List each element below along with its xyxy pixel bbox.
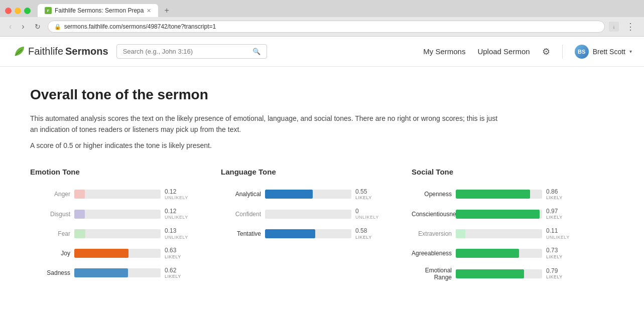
bar-value-group: 0.79LIKELY [546,267,572,280]
bar-label: Anger [30,191,70,198]
logo[interactable]: Faithlife Sermons [12,45,108,59]
bar-value: 0.12 [165,188,176,195]
language-tone-rows: Analytical0.55LIKELYConfident0UNLIKELYTe… [221,188,381,240]
bar-label: Analytical [221,191,261,198]
bar-label: Emotional Range [412,267,452,281]
bar-value-group: 0UNLIKELY [355,208,381,220]
bar-value-group: 0.63LIKELY [165,247,191,259]
url-bar[interactable]: 🔒 sermons.faithlife.com/sermons/498742/t… [48,21,605,33]
address-bar: ‹ › ↻ 🔒 sermons.faithlife.com/sermons/49… [0,17,644,36]
emotion-tone-section: Emotion Tone Anger0.12UNLIKELYDisgust0.1… [30,168,191,288]
bar-fill [456,269,524,278]
bar-value: 0.13 [165,227,176,234]
reload-button[interactable]: ↻ [32,22,44,32]
bar-row: Conscientiousness0.97LIKELY [412,208,572,220]
bar-value: 0.55 [355,188,367,195]
search-icon: 🔍 [252,48,261,55]
bar-status: UNLIKELY [165,235,188,240]
bar-label: Fear [30,230,70,237]
bar-value: 0.73 [546,247,558,254]
settings-icon[interactable]: ⚙ [542,46,550,57]
browser-menu-icon[interactable]: ⋮ [623,20,638,33]
nav-divider [562,45,563,59]
bar-label: Agreeableness [412,250,452,257]
bar-value: 0.86 [546,188,558,195]
new-tab-button[interactable]: + [160,4,173,17]
bar-value-group: 0.86LIKELY [546,188,572,201]
language-tone-section: Language Tone Analytical0.55LIKELYConfid… [221,168,381,288]
bar-value: 0.58 [355,227,367,234]
bar-fill [74,229,85,238]
user-name: Brett Scott [593,48,625,56]
bar-container [456,210,542,219]
bar-container [265,229,351,238]
maximize-button[interactable] [24,8,31,14]
extension-icon[interactable]: ↓ [609,22,619,32]
bar-row: Extraversion0.11UNLIKELY [412,227,572,240]
bar-value: 0 [355,208,359,215]
bar-row: Agreeableness0.73LIKELY [412,247,572,259]
my-sermons-link[interactable]: My Sermons [423,47,465,56]
tab-favicon: F [45,7,52,14]
bar-container [74,190,161,199]
bar-row: Anger0.12UNLIKELY [30,188,191,201]
minimize-button[interactable] [15,8,21,14]
traffic-lights [5,8,31,14]
bar-row: Analytical0.55LIKELY [221,188,381,201]
bar-value: 0.63 [165,247,176,254]
avatar: BS [575,45,589,59]
tone-grid: Emotion Tone Anger0.12UNLIKELYDisgust0.1… [30,168,572,288]
social-tone-section: Social Tone Openness0.86LIKELYConscienti… [412,168,572,288]
bar-status: UNLIKELY [355,215,379,220]
bar-status: LIKELY [546,274,563,280]
bar-row: Sadness0.62LIKELY [30,267,191,279]
active-tab[interactable]: F Faithlife Sermons: Sermon Prepa ✕ [38,4,158,17]
bar-container [74,268,161,277]
bar-row: Confident0UNLIKELY [221,208,381,220]
lock-icon: 🔒 [54,24,61,30]
bar-status: LIKELY [355,195,372,201]
logo-leaf-icon [12,45,26,59]
bar-row: Openness0.86LIKELY [412,188,572,201]
forward-button[interactable]: › [19,21,27,32]
url-text: sermons.faithlife.com/sermons/498742/ton… [64,23,598,30]
bar-label: Tentative [221,230,261,237]
search-input[interactable] [123,48,248,55]
bar-row: Tentative0.58LIKELY [221,227,381,240]
close-button[interactable] [5,8,12,14]
bar-value: 0.12 [165,208,176,215]
bar-value-group: 0.58LIKELY [355,227,381,240]
tab-title: Faithlife Sermons: Sermon Prepa [55,7,144,14]
bar-row: Emotional Range0.79LIKELY [412,267,572,281]
bar-container [265,190,351,199]
search-bar[interactable]: 🔍 [116,44,267,59]
bar-fill [456,229,465,238]
back-button[interactable]: ‹ [6,21,15,32]
bar-fill [456,190,530,199]
bar-container [74,210,161,219]
bar-status: LIKELY [546,215,563,220]
bar-status: UNLIKELY [165,215,188,220]
bar-fill [265,229,315,238]
bar-status: LIKELY [546,195,563,201]
user-menu[interactable]: BS Brett Scott ▾ [575,45,632,59]
bar-status: LIKELY [165,254,181,260]
bar-container [456,229,542,238]
bar-row: Joy0.63LIKELY [30,247,191,259]
main-content: Overall tone of the sermon This automate… [0,67,602,308]
logo-faithlife-text: Faithlife [28,46,63,57]
page-title: Overall tone of the sermon [30,87,572,103]
bar-container [265,210,351,219]
upload-sermon-link[interactable]: Upload Sermon [477,47,530,56]
bar-status: UNLIKELY [546,235,570,240]
emotion-tone-title: Emotion Tone [30,168,191,179]
bar-label: Sadness [30,269,70,276]
bar-fill [456,249,519,258]
bar-fill [265,190,313,199]
description-text: This automated analysis scores the text … [30,113,502,135]
bar-status: UNLIKELY [165,195,188,201]
logo-sermons-text: Sermons [65,46,108,57]
tab-close-icon[interactable]: ✕ [147,8,151,14]
bar-row: Fear0.13UNLIKELY [30,227,191,240]
language-tone-title: Language Tone [221,168,381,179]
